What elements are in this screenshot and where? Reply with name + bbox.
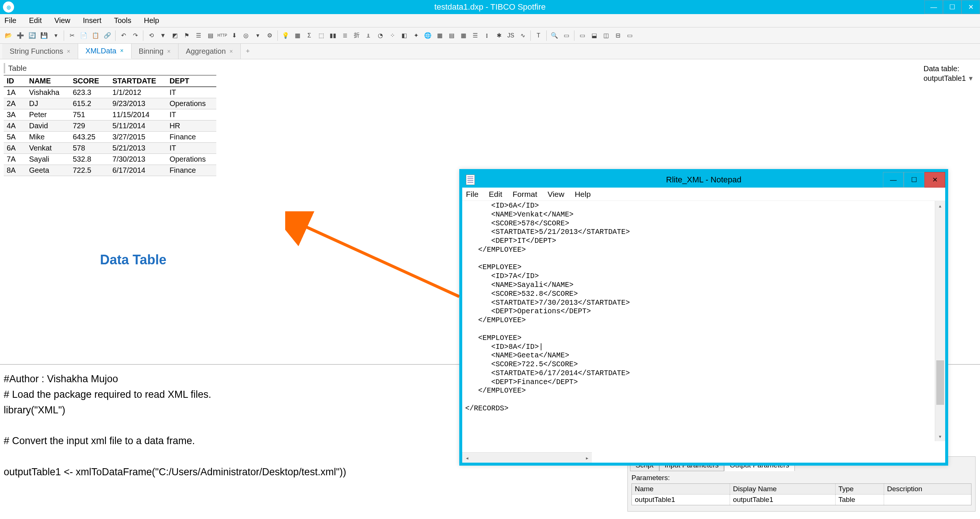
graph-icon[interactable]: ∿ — [517, 30, 528, 41]
notepad-vertical-scrollbar[interactable]: ▴ ▾ — [935, 201, 945, 441]
table-row[interactable]: 8AGeeta722.56/17/2014Finance — [4, 165, 216, 176]
notepad-menu-file[interactable]: File — [466, 190, 479, 199]
redo-icon[interactable]: ↷ — [130, 30, 141, 41]
tag-icon[interactable]: ⚑ — [181, 30, 192, 41]
export-icon[interactable]: ⬇ — [229, 30, 240, 41]
notepad-close-button[interactable]: ✕ — [924, 172, 945, 188]
params-row[interactable]: outputTable1outputTable1Table — [632, 495, 972, 505]
params-header-cell[interactable]: Name — [632, 484, 730, 495]
tab-string-functions[interactable]: String Functions × — [2, 44, 78, 59]
paste-link-icon[interactable]: 🔗 — [102, 30, 113, 41]
text-area-icon[interactable]: T — [533, 30, 544, 41]
scroll-up-icon[interactable]: ▴ — [935, 201, 945, 211]
globe-icon[interactable]: 🌐 — [422, 30, 433, 41]
menu-view[interactable]: View — [54, 16, 70, 25]
tab-close-icon[interactable]: × — [120, 48, 123, 54]
menu-file[interactable]: File — [5, 16, 16, 25]
menu-tools[interactable]: Tools — [114, 16, 132, 25]
notepad-window[interactable]: Rlite_XML - Notepad — ☐ ✕ File Edit Form… — [459, 169, 948, 466]
combo-icon[interactable]: ⫫ — [363, 30, 374, 41]
notepad-menu-format[interactable]: Format — [512, 190, 538, 199]
notepad-menu-edit[interactable]: Edit — [489, 190, 502, 199]
minimize-button[interactable]: — — [924, 0, 943, 14]
scroll-thumb[interactable] — [936, 360, 944, 405]
tab-close-icon[interactable]: × — [230, 48, 233, 55]
reset-icon[interactable]: ⟲ — [146, 30, 157, 41]
notepad-minimize-button[interactable]: — — [883, 172, 904, 188]
js-icon[interactable]: JS — [505, 30, 516, 41]
save-dropdown-icon[interactable]: ▾ — [50, 30, 62, 41]
notepad-menu-help[interactable]: Help — [575, 190, 591, 199]
open-icon[interactable]: 📂 — [3, 30, 14, 41]
treemap-icon[interactable]: ▤ — [446, 30, 457, 41]
layout4-icon[interactable]: ⊟ — [612, 30, 623, 41]
3d-icon[interactable]: ◧ — [399, 30, 410, 41]
notepad-titlebar[interactable]: Rlite_XML - Notepad — ☐ ✕ — [462, 172, 945, 188]
layout3-icon[interactable]: ◫ — [600, 30, 611, 41]
transform-icon[interactable]: ⚙ — [264, 30, 275, 41]
column-icon[interactable]: ▤ — [205, 30, 216, 41]
notepad-text[interactable]: <ID>6A</ID> <NAME>Venkat</NAME> <SCORE>5… — [462, 201, 945, 414]
boxplot-icon[interactable]: ⫿ — [482, 30, 493, 41]
close-button[interactable]: ✕ — [961, 0, 980, 14]
menu-edit[interactable]: Edit — [29, 16, 41, 25]
table-header-cell[interactable]: ID — [4, 75, 26, 87]
layout2-icon[interactable]: ⬓ — [589, 30, 600, 41]
linechart-icon[interactable]: 折 — [351, 30, 362, 41]
menu-insert[interactable]: Insert — [83, 16, 102, 25]
dropdown-icon[interactable]: ▾ — [252, 30, 263, 41]
cut-icon[interactable]: ✂ — [66, 30, 77, 41]
table-header-cell[interactable]: STARTDATE — [110, 75, 167, 87]
network-icon[interactable]: ✱ — [493, 30, 504, 41]
target-icon[interactable]: ◎ — [240, 30, 251, 41]
scroll-left-icon[interactable]: ◂ — [462, 453, 472, 463]
radar-icon[interactable]: ✦ — [410, 30, 422, 41]
tab-binning[interactable]: Binning × — [132, 44, 178, 59]
summation-icon[interactable]: Σ — [304, 30, 315, 41]
map-icon[interactable]: ▦ — [434, 30, 445, 41]
layout5-icon[interactable]: ▭ — [624, 30, 635, 41]
page-icon[interactable]: ▭ — [561, 30, 572, 41]
tab-close-icon[interactable]: × — [67, 48, 70, 55]
http-icon[interactable]: HTTP — [217, 30, 228, 41]
table-row[interactable]: 6AVenkat5785/21/2013IT — [4, 143, 216, 154]
maximize-button[interactable]: ☐ — [943, 0, 961, 14]
add-data-icon[interactable]: ➕ — [15, 30, 26, 41]
table-row[interactable]: 3APeter75111/15/2014IT — [4, 109, 216, 120]
hbar-icon[interactable]: ≣ — [339, 30, 350, 41]
scatter-icon[interactable]: ⁘ — [387, 30, 398, 41]
lightbulb-icon[interactable]: 💡 — [280, 30, 291, 41]
kpi-icon[interactable]: ⬚ — [315, 30, 327, 41]
tab-xmldata[interactable]: XMLData × — [78, 44, 132, 59]
data-table[interactable]: IDNAMESCORESTARTDATEDEPT 1AVishakha623.3… — [4, 75, 216, 176]
details-icon[interactable]: 🔍 — [549, 30, 560, 41]
params-header-cell[interactable]: Type — [835, 484, 884, 495]
bookmark-icon[interactable]: ☰ — [193, 30, 204, 41]
notepad-text-area[interactable]: <ID>6A</ID> <NAME>Venkat</NAME> <SCORE>5… — [462, 201, 945, 452]
menu-help[interactable]: Help — [144, 16, 159, 25]
table-viz-icon[interactable]: ▦ — [292, 30, 303, 41]
params-header-cell[interactable]: Description — [884, 484, 972, 495]
tab-add-button[interactable]: + — [241, 44, 255, 59]
table-row[interactable]: 7ASayali532.87/30/2013Operations — [4, 154, 216, 165]
undo-icon[interactable]: ↶ — [118, 30, 129, 41]
params-table[interactable]: NameDisplay NameTypeDescription outputTa… — [632, 484, 972, 505]
scroll-down-icon[interactable]: ▾ — [935, 431, 945, 441]
table-row[interactable]: 2ADJ615.29/23/2013Operations — [4, 98, 216, 109]
table-row[interactable]: 4ADavid7295/11/2014HR — [4, 120, 216, 132]
tab-close-icon[interactable]: × — [167, 48, 170, 55]
barchart-icon[interactable]: ▮▮ — [328, 30, 339, 41]
heatmap-icon[interactable]: ▦ — [458, 30, 469, 41]
layout1-icon[interactable]: ▭ — [577, 30, 588, 41]
table-header-cell[interactable]: DEPT — [167, 75, 216, 87]
data-table-combo[interactable]: outputTable1 ▾ — [923, 74, 973, 83]
piechart-icon[interactable]: ◔ — [375, 30, 386, 41]
notepad-maximize-button[interactable]: ☐ — [904, 172, 924, 188]
notepad-horizontal-scrollbar[interactable]: ◂ ▸ — [462, 452, 592, 463]
parallel-icon[interactable]: ☰ — [469, 30, 481, 41]
refresh-icon[interactable]: 🔄 — [27, 30, 38, 41]
table-header-cell[interactable]: NAME — [26, 75, 70, 87]
notepad-menu-view[interactable]: View — [548, 190, 565, 199]
scroll-right-icon[interactable]: ▸ — [582, 453, 592, 463]
tab-aggregation[interactable]: Aggregation × — [178, 44, 241, 59]
